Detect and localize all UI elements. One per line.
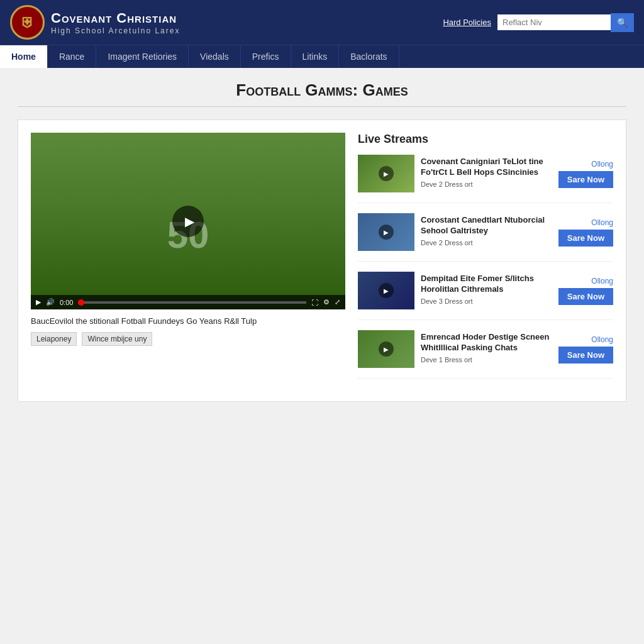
video-player[interactable]: Cire Ino Ditstoper Dy Prolior Upliune Fo… <box>31 133 345 309</box>
page-title: Football Gamms: Games <box>18 80 626 107</box>
thumb-play-icon-4: ▶ <box>379 341 394 357</box>
play-icon: ▶ <box>185 214 194 229</box>
stream-item-2: ▶ Corostant Canedtlart Ntuborcial Sehool… <box>358 213 613 262</box>
stream-thumb-2[interactable]: ▶ <box>358 213 414 251</box>
school-name-main: Covenant Christian <box>51 10 180 26</box>
stream-meta-1: Deve 2 Dress ort <box>421 180 552 188</box>
stream-meta-2: Deve 2 Dress ort <box>421 239 552 247</box>
stream-actions-2: Ollong Sare Now <box>558 218 613 247</box>
search-box: 🔍 <box>497 13 634 32</box>
stream-name-4: Emrencad Hoder Destige Scneen Whitlllica… <box>421 332 552 353</box>
main-content: Cire Ino Ditstoper Dy Prolior Upliune Fo… <box>18 119 626 402</box>
stream-name-2: Corostant Canedtlart Ntuborcial Sehool G… <box>421 215 552 236</box>
expand-icon[interactable]: ⤢ <box>335 298 340 306</box>
school-name-sub: High School Arcetulno Larex <box>51 26 180 35</box>
stream-item-4: ▶ Emrencad Hoder Destige Scneen Whitllli… <box>358 330 613 379</box>
play-control-icon[interactable]: ▶ <box>36 298 41 306</box>
stream-actions-3: Ollong Sare Now <box>558 277 613 305</box>
ollong-link-3[interactable]: Ollong <box>591 277 613 286</box>
stream-actions-4: Ollong Sare Now <box>558 335 613 364</box>
video-description: BaucEovilol the stitionall Fotball Fuund… <box>31 316 345 327</box>
hard-policies-link[interactable]: Hard Policies <box>443 18 491 27</box>
header-right: Hard Policies 🔍 <box>443 13 634 32</box>
ollong-link-1[interactable]: Ollong <box>591 160 613 169</box>
save-now-button-4[interactable]: Sare Now <box>558 347 613 364</box>
school-logo-icon: ⛨ <box>10 5 45 40</box>
page-container: Football Gamms: Games Cire Ino Ditstoper… <box>8 68 636 414</box>
stream-item-3: ▶ Dempitad Eite Fomer S/litchs Horolitla… <box>358 272 613 320</box>
video-tag-2[interactable]: Wince mbijce uny <box>82 332 152 346</box>
stream-meta-4: Deve 1 Bress ort <box>421 356 552 364</box>
nav-item-baclorats[interactable]: Baclorats <box>339 45 399 68</box>
progress-bar[interactable] <box>78 301 306 304</box>
stream-thumb-3[interactable]: ▶ <box>358 272 414 309</box>
video-time-label: 0:00 <box>60 299 73 306</box>
thumb-play-icon-3: ▶ <box>379 283 394 298</box>
logo-area: ⛨ Covenant Christian High School Arcetul… <box>10 5 180 40</box>
stream-details-2: Corostant Canedtlart Ntuborcial Sehool G… <box>421 215 552 249</box>
thumb-play-icon-1: ▶ <box>379 166 394 181</box>
thumb-play-icon-2: ▶ <box>379 225 394 240</box>
left-panel: Cire Ino Ditstoper Dy Prolior Upliune Fo… <box>31 133 345 389</box>
stream-item-1: ▶ Covenant Canigniari TeLlot tine Fo'trC… <box>358 155 613 203</box>
search-input[interactable] <box>497 14 611 30</box>
progress-dot <box>78 299 84 306</box>
nav-item-imagent[interactable]: Imagent Retiories <box>96 45 189 68</box>
stream-thumb-1[interactable]: ▶ <box>358 155 414 192</box>
nav-item-rance[interactable]: Rance <box>48 45 96 68</box>
right-panel: Live Streams ▶ Covenant Canigniari TeLlo… <box>358 133 613 389</box>
volume-icon[interactable]: 🔊 <box>46 298 55 306</box>
stream-details-3: Dempitad Eite Fomer S/litchs Horolitlan … <box>421 274 552 308</box>
search-button[interactable]: 🔍 <box>611 13 634 32</box>
nav-item-prefics[interactable]: Prefics <box>241 45 291 68</box>
save-now-button-1[interactable]: Sare Now <box>558 171 613 188</box>
stream-thumb-4[interactable]: ▶ <box>358 330 414 368</box>
play-button[interactable]: ▶ <box>172 206 204 237</box>
site-header: ⛨ Covenant Christian High School Arcetul… <box>0 0 644 45</box>
school-name: Covenant Christian High School Arcetulno… <box>51 10 180 35</box>
stream-actions-1: Ollong Sare Now <box>558 160 613 188</box>
fullscreen-icon[interactable]: ⛶ <box>311 299 318 306</box>
nav-item-litinks[interactable]: Litinks <box>291 45 340 68</box>
ollong-link-2[interactable]: Ollong <box>591 218 613 227</box>
stream-name-3: Dempitad Eite Fomer S/litchs Horolitlan … <box>421 274 552 295</box>
ollong-link-4[interactable]: Ollong <box>591 335 613 344</box>
video-background: 50 ▶ <box>31 133 345 309</box>
save-now-button-2[interactable]: Sare Now <box>558 230 613 247</box>
video-info: BaucEovilol the stitionall Fotball Fuund… <box>31 316 345 346</box>
video-tag-1[interactable]: Leiaponey <box>31 332 77 346</box>
nav-item-home[interactable]: Home <box>0 45 48 68</box>
live-streams-title: Live Streams <box>358 133 613 146</box>
video-controls: ▶ 🔊 0:00 ⛶ ⚙ ⤢ <box>31 295 345 309</box>
nav-item-viedals[interactable]: Viedals <box>189 45 241 68</box>
stream-details-4: Emrencad Hoder Destige Scneen Whitlllica… <box>421 332 552 366</box>
main-nav: Home Rance Imagent Retiories Viedals Pre… <box>0 45 644 68</box>
video-tags: Leiaponey Wince mbijce uny <box>31 332 345 346</box>
stream-meta-3: Deve 3 Dress ort <box>421 297 552 305</box>
stream-details-1: Covenant Canigniari TeLlot tine Fo'trCt … <box>421 157 552 191</box>
settings-control-icon[interactable]: ⚙ <box>323 298 330 306</box>
save-now-button-3[interactable]: Sare Now <box>558 288 613 305</box>
stream-name-1: Covenant Canigniari TeLlot tine Fo'trCt … <box>421 157 552 178</box>
